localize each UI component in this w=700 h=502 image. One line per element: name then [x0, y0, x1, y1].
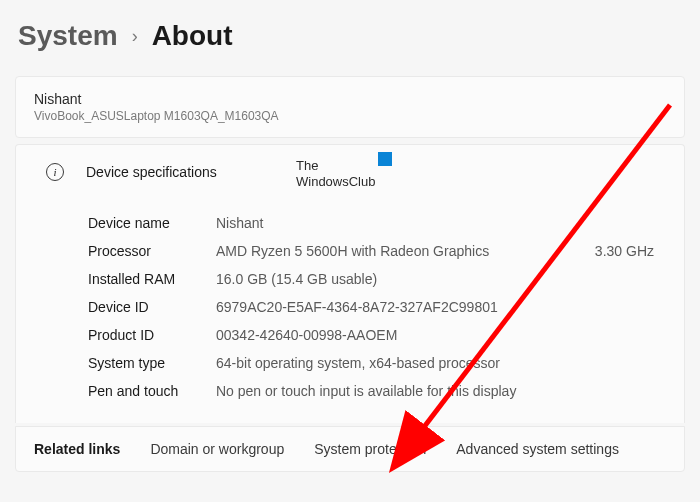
breadcrumb-current: About [152, 20, 233, 52]
spec-system-type: System type 64-bit operating system, x64… [88, 349, 654, 377]
spec-value: No pen or touch input is available for t… [216, 383, 654, 399]
spec-device-name: Device name Nishant [88, 209, 654, 237]
spec-label: Device name [88, 215, 216, 231]
spec-value: Nishant [216, 215, 654, 231]
spec-label: Product ID [88, 327, 216, 343]
breadcrumb-parent[interactable]: System [18, 20, 118, 52]
spec-value: 00342-42640-00998-AAOEM [216, 327, 654, 343]
link-system-protection[interactable]: System protection [314, 441, 426, 457]
device-user-name: Nishant [34, 91, 666, 107]
chevron-right-icon: › [132, 26, 138, 47]
spec-product-id: Product ID 00342-42640-00998-AAOEM [88, 321, 654, 349]
spec-extra: 3.30 GHz [595, 243, 654, 259]
device-summary-card: Nishant VivoBook_ASUSLaptop M1603QA_M160… [15, 76, 685, 138]
spec-value: 64-bit operating system, x64-based proce… [216, 355, 654, 371]
device-specs-title: Device specifications [86, 164, 217, 180]
watermark-logo-icon [378, 152, 392, 166]
spec-ram: Installed RAM 16.0 GB (15.4 GB usable) [88, 265, 654, 293]
link-domain-workgroup[interactable]: Domain or workgroup [150, 441, 284, 457]
spec-label: Pen and touch [88, 383, 216, 399]
spec-device-id: Device ID 6979AC20-E5AF-4364-8A72-327AF2… [88, 293, 654, 321]
device-model-name: VivoBook_ASUSLaptop M1603QA_M1603QA [34, 109, 666, 123]
watermark-text: The WindowsClub [296, 158, 375, 191]
spec-label: Processor [88, 243, 216, 259]
spec-value: 6979AC20-E5AF-4364-8A72-327AF2C99801 [216, 299, 654, 315]
link-advanced-settings[interactable]: Advanced system settings [456, 441, 619, 457]
spec-processor: Processor AMD Ryzen 5 5600H with Radeon … [88, 237, 654, 265]
device-specs-body: Device name Nishant Processor AMD Ryzen … [15, 197, 685, 423]
spec-label: Installed RAM [88, 271, 216, 287]
info-icon: i [46, 163, 64, 181]
spec-value: AMD Ryzen 5 5600H with Radeon Graphics [216, 243, 595, 259]
spec-pen-touch: Pen and touch No pen or touch input is a… [88, 377, 654, 405]
spec-value: 16.0 GB (15.4 GB usable) [216, 271, 654, 287]
spec-label: System type [88, 355, 216, 371]
related-links-title: Related links [34, 441, 120, 457]
breadcrumb: System › About [0, 0, 700, 76]
related-links-bar: Related links Domain or workgroup System… [15, 426, 685, 472]
spec-label: Device ID [88, 299, 216, 315]
